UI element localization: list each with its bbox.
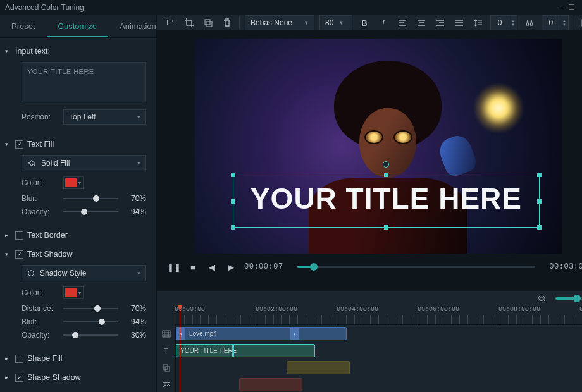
text-fill-blur-slider[interactable] [63,194,118,203]
section-toggle-shape-shadow[interactable]: ▸ Shape Shadow [5,371,149,384]
font-size-select[interactable]: 80 ▾ [319,15,352,30]
align-right-icon[interactable] [433,16,447,30]
section-toggle-text-shadow[interactable]: ▾ Text Shadow [5,247,149,261]
resize-handle[interactable] [384,225,388,230]
image-clip[interactable] [239,378,302,391]
shape-fill-checkbox[interactable] [15,355,23,363]
resize-handle[interactable] [231,173,235,177]
video-track-icon[interactable] [157,325,176,342]
color-swatch [65,288,77,297]
divider [574,16,574,29]
overlay-clip[interactable] [287,361,350,374]
zoom-out-icon[interactable] [535,291,549,305]
minimize-icon[interactable]: ─ [554,3,566,12]
bold-icon[interactable]: B [357,16,371,30]
video-preview[interactable]: YOUR TITLE HERE [195,39,562,254]
resize-handle[interactable] [231,225,235,230]
text-shadow-blur-slider[interactable] [63,317,118,326]
text-track-icon[interactable]: T [157,342,176,359]
video-clip[interactable]: ‹ Love.mp4 › [176,327,347,340]
window-title: Advanced Color Tuning [5,3,84,12]
clip-trim-right[interactable]: › [290,328,299,340]
next-frame-icon[interactable]: ▶ [225,261,237,273]
titlebar: Advanced Color Tuning ─ ☐ [0,0,582,15]
section-title: Input text: [15,47,50,56]
section-toggle-shape-fill[interactable]: ▸ Shape Fill [5,352,149,365]
more-options-icon[interactable] [579,16,582,30]
title-overlay-text[interactable]: YOUR TITLE HERE [233,181,539,216]
blur-label: Blur: [22,194,57,203]
timeline-playhead-line[interactable] [180,306,180,392]
image-track-icon[interactable] [157,376,176,392]
line-spacing-icon[interactable] [471,16,485,30]
position-label: Position: [22,113,57,121]
text-fill-checkbox[interactable] [15,140,23,149]
clip-trim-left[interactable]: ‹ [176,328,185,340]
maximize-icon[interactable]: ☐ [566,3,577,12]
section-toggle-text-fill[interactable]: ▾ Text Fill [5,137,149,151]
playback-slider[interactable] [297,266,536,268]
chevron-down-icon: ▾ [77,180,83,186]
svg-rect-5 [207,21,212,27]
overlay-track-icon[interactable] [157,359,176,376]
resize-handle[interactable] [537,173,542,177]
font-select[interactable]: Bebas Neue ▾ [245,15,314,30]
tracking-stepper[interactable]: 0 ▲▼ [490,15,517,30]
chevron-down-icon[interactable]: ▼ [511,23,515,27]
resize-handle[interactable] [384,173,388,177]
align-justify-icon[interactable] [452,16,466,30]
italic-icon[interactable]: I [376,16,390,30]
text-shadow-color-chip[interactable]: ▾ [63,286,84,299]
text-border-checkbox[interactable] [15,231,23,240]
tab-preset[interactable]: Preset [0,15,47,37]
chevron-down-icon: ▾ [137,270,140,276]
duplicate-icon[interactable] [201,16,215,30]
chevron-down-icon: ▾ [5,48,11,54]
title-selection-box[interactable]: YOUR TITLE HERE [233,175,540,228]
svg-text:+: + [171,18,174,24]
align-left-icon[interactable] [395,16,409,30]
text-shadow-distance-slider[interactable] [63,304,118,313]
color-label: Color: [22,288,57,297]
chevron-down-icon: ▾ [137,160,140,166]
fill-type-select[interactable]: Solid Fill ▾ [22,155,146,171]
side-panel: Preset Customize Animation ▾ Input text:… [0,15,157,392]
shadow-style-icon [27,269,35,277]
text-shadow-opacity-slider[interactable] [63,331,118,340]
char-spacing-icon[interactable] [523,16,536,30]
preview-area: YOUR TITLE HERE ❚❚ ■ ◀ ▶ 00:00:07 00:03:… [157,31,582,290]
section-toggle-text-border[interactable]: ▸ Text Border [5,228,149,242]
position-select[interactable]: Top Left ▾ [63,109,146,125]
timeline-ruler[interactable]: 00:00:0000:02:00:0000:04:00:0000:06:00:0… [176,306,582,325]
text-shadow-checkbox[interactable] [15,250,23,259]
playhead-thumb[interactable] [310,263,318,271]
prev-frame-icon[interactable]: ◀ [206,261,218,273]
tab-customize[interactable]: Customize [47,15,108,37]
section-title: Text Shadow [27,250,73,259]
leading-stepper[interactable]: 0 ▲▼ [542,15,569,30]
align-center-icon[interactable] [414,16,428,30]
shape-shadow-checkbox[interactable] [15,374,23,382]
pause-icon[interactable]: ❚❚ [168,261,180,273]
chevron-down-icon[interactable]: ▼ [562,23,566,27]
chevron-right-icon: ▸ [5,374,11,381]
zoom-slider[interactable] [555,297,582,300]
trash-icon[interactable] [220,16,234,30]
text-fill-color-chip[interactable]: ▾ [63,176,84,189]
text-fill-opacity-slider[interactable] [63,207,118,216]
chevron-down-icon: ▾ [137,114,140,120]
clip-marker[interactable] [232,345,234,357]
section-toggle-input-text[interactable]: ▾ Input text: [5,44,149,58]
title-text-input[interactable] [22,62,146,102]
add-text-icon[interactable]: T+ [163,16,177,30]
text-clip[interactable]: YOUR TITLE HERE [176,344,315,357]
shadow-style-select[interactable]: Shadow Style ▾ [22,265,146,281]
crop-icon[interactable] [182,16,196,30]
blur-value: 94% [125,317,146,326]
bucket-icon [27,159,36,168]
chevron-right-icon: ▸ [5,232,11,238]
stop-icon[interactable]: ■ [187,261,199,273]
resize-handle[interactable] [537,225,542,230]
chevron-down-icon: ▾ [5,141,11,147]
blur-label: Blut: [22,317,57,326]
